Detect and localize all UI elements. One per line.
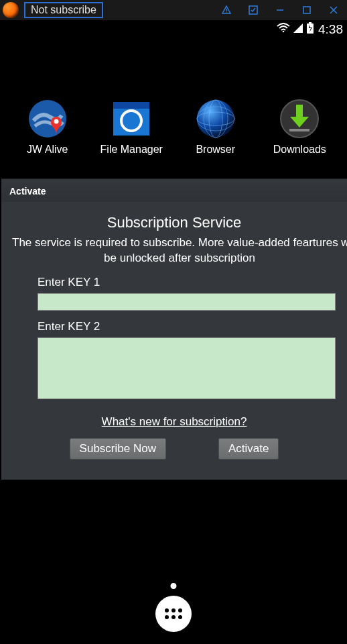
svg-rect-9 xyxy=(309,22,311,23)
key1-label: Enter KEY 1 xyxy=(38,276,335,289)
clock-text: 4:38 xyxy=(318,22,343,37)
battery-icon xyxy=(306,22,314,37)
downloads-icon xyxy=(280,99,319,138)
svg-point-1 xyxy=(226,12,226,13)
app-label: Browser xyxy=(196,144,235,156)
browser-icon xyxy=(196,99,235,138)
close-button[interactable] xyxy=(323,0,344,20)
svg-rect-4 xyxy=(303,7,310,13)
app-drawer-icon xyxy=(165,608,182,619)
maximize-button[interactable] xyxy=(296,0,318,20)
svg-rect-21 xyxy=(289,129,309,131)
app-jw-alive[interactable]: JW Alive xyxy=(11,99,84,156)
app-logo-icon xyxy=(3,2,19,18)
checkbox-icon[interactable] xyxy=(242,0,264,20)
key1-input[interactable] xyxy=(38,293,336,311)
app-label: JW Alive xyxy=(27,144,68,156)
app-label: Downloads xyxy=(273,144,326,156)
subscribe-now-button[interactable]: Subscribe Now xyxy=(70,438,166,460)
key2-label: Enter KEY 2 xyxy=(38,320,335,333)
key2-input[interactable] xyxy=(38,337,336,399)
subscription-title: Subscription Service xyxy=(1,214,347,231)
whats-new-link[interactable]: What's new for subscription? xyxy=(102,415,247,429)
app-downloads[interactable]: Downloads xyxy=(263,99,336,156)
svg-point-15 xyxy=(197,100,234,138)
android-statusbar: 4:38 xyxy=(0,20,347,39)
activate-tab-label: Activate xyxy=(1,179,347,202)
subscription-description: The service is required to subscribe. Mo… xyxy=(1,235,347,266)
svg-point-11 xyxy=(54,119,58,124)
app-browser[interactable]: Browser xyxy=(180,99,252,156)
wifi-icon xyxy=(277,23,290,36)
activate-panel: Activate Subscription Service The servic… xyxy=(1,178,347,480)
app-label: File Manager xyxy=(100,144,163,156)
app-file-manager[interactable]: File Manager xyxy=(95,99,167,156)
warning-icon[interactable] xyxy=(216,0,237,20)
app-drawer-button[interactable] xyxy=(155,596,192,632)
page-indicator-dot xyxy=(171,583,177,589)
svg-point-7 xyxy=(283,31,285,33)
signal-icon xyxy=(293,23,303,36)
activate-button[interactable]: Activate xyxy=(218,438,279,460)
window-titlebar: Not subscribe xyxy=(0,0,347,20)
minimize-button[interactable] xyxy=(269,0,291,20)
window-title: Not subscribe xyxy=(24,2,103,18)
file-manager-icon xyxy=(112,99,151,138)
home-screen: JW Alive File Manager xyxy=(0,39,347,156)
jw-alive-icon xyxy=(28,99,67,138)
svg-rect-13 xyxy=(113,102,149,109)
